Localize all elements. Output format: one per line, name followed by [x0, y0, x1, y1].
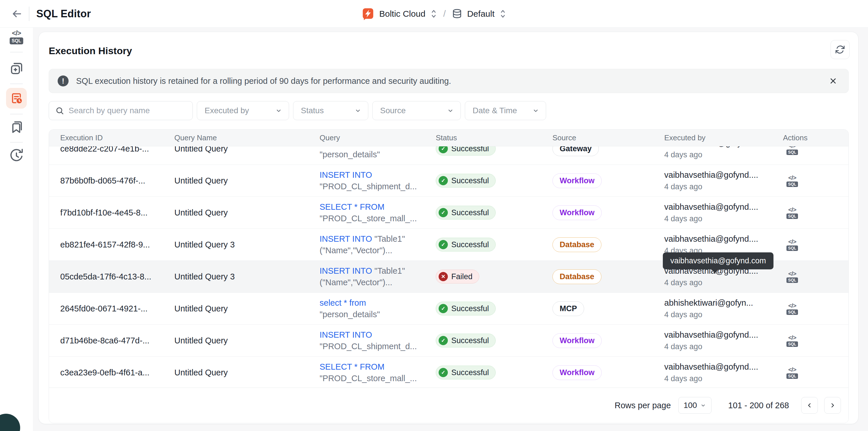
table-row[interactable]: f7bd10bf-f10e-4e45-8... Untitled Query S… — [49, 197, 848, 229]
status-icon: ✓ — [439, 368, 448, 377]
table-header: Execution ID Query Name Query Status Sou… — [49, 130, 848, 146]
source-badge: Workflow — [553, 174, 602, 188]
executed-when: 4 days ago — [664, 342, 783, 351]
sidebar-item-execution-history[interactable] — [6, 88, 27, 109]
database-selector[interactable]: Default — [452, 8, 507, 19]
open-in-sql-editor-button[interactable]: </> SQL — [783, 271, 801, 283]
executed-by-email[interactable]: abhishektiwari@gofyn... — [664, 298, 783, 308]
panel-title: Execution History — [49, 45, 132, 57]
status-icon: ✓ — [439, 304, 448, 313]
open-in-sql-editor-button[interactable]: </> SQL — [783, 207, 801, 219]
executed-by-email[interactable]: vaibhavsethia@gofynd.... — [664, 330, 783, 340]
filter-bar: Executed by Status Source Date & Time — [49, 101, 546, 120]
email-tooltip: vaibhavsethia@gofynd.com — [663, 252, 773, 269]
query-name: Untitled Query — [174, 146, 319, 154]
code-icon: </> — [788, 175, 796, 181]
query-search[interactable] — [49, 101, 193, 120]
open-in-sql-editor-button[interactable]: </> SQL — [783, 239, 801, 251]
table-row[interactable]: 87b6b0fb-d065-476f-... Untitled Query IN… — [49, 165, 848, 197]
sidebar-item-saved-queries[interactable] — [9, 119, 24, 134]
query-name: Untitled Query 3 — [174, 240, 319, 249]
date-time-filter[interactable]: Date & Time — [465, 101, 546, 120]
source-badge: Database — [553, 269, 601, 284]
search-input[interactable] — [69, 106, 184, 115]
query-preview[interactable]: INSERT INTO "PROD_CL_shipment_d... — [319, 329, 436, 352]
search-icon — [55, 106, 64, 115]
executed-by-email[interactable]: abhishektiwari@gofyn... — [664, 146, 783, 148]
column-header: Actions — [783, 133, 848, 142]
boltic-logo — [361, 7, 375, 21]
chevron-updown-icon — [430, 9, 437, 19]
close-icon — [829, 76, 837, 85]
execution-history-icon — [10, 92, 23, 105]
executed-by-email[interactable]: vaibhavsethia@gofynd.... — [664, 234, 783, 244]
status-badge: ✓ Successful — [436, 366, 496, 379]
table-row[interactable]: c3ea23e9-0efb-4f61-a... Untitled Query S… — [49, 357, 848, 388]
executed-by-email[interactable]: vaibhavsethia@gofynd.... — [664, 362, 783, 372]
database-name: Default — [467, 9, 495, 19]
execution-table: Execution ID Query Name Query Status Sou… — [49, 129, 849, 423]
executed-by-email[interactable]: vaibhavsethia@gofynd.... — [664, 170, 783, 180]
query-name: Untitled Query — [174, 304, 319, 313]
status-badge: ✓ Successful — [436, 174, 496, 188]
next-page-button[interactable] — [824, 397, 841, 414]
history-clock-icon — [9, 148, 24, 163]
execution-id: d71b46be-8ca6-477d-... — [60, 336, 174, 345]
status-filter[interactable]: Status — [293, 101, 368, 120]
execution-id: c3ea23e9-0efb-4f61-a... — [60, 368, 174, 377]
execution-id: 87b6b0fb-d065-476f-... — [60, 176, 174, 186]
query-preview[interactable]: INSERT INTO "PROD_CL_shipment_d... — [319, 169, 436, 192]
back-button[interactable] — [10, 7, 23, 20]
table-row[interactable]: d71b46be-8ca6-477d-... Untitled Query IN… — [49, 325, 848, 357]
query-preview[interactable]: INSERT INTO "Table1" ("Name","Vector")..… — [319, 265, 436, 288]
open-in-sql-editor-button[interactable]: </> SQL — [783, 146, 801, 155]
table-row[interactable]: ce8dde22-c207-4e1b-... Untitled Query se… — [49, 146, 848, 165]
execution-id: 2645fd0e-0671-4921-... — [60, 304, 174, 313]
query-name: Untitled Query — [174, 368, 319, 377]
status-badge: ✓ Successful — [436, 334, 496, 347]
code-icon: </> — [788, 239, 796, 245]
status-badge: ✕ Failed — [436, 270, 479, 283]
sidebar-item-new-query[interactable] — [9, 60, 24, 75]
title-divider — [29, 7, 29, 21]
query-preview[interactable]: SELECT * FROM "PROD_CL_store_mall_... — [319, 201, 436, 224]
sidebar-item-sql-editor[interactable]: </> SQL — [10, 29, 23, 44]
source-badge: Workflow — [553, 206, 602, 220]
execution-id: ce8dde22-c207-4e1b-... — [60, 146, 174, 154]
query-preview[interactable]: INSERT INTO "Table1" ("Name","Vector")..… — [319, 233, 436, 256]
workspace-selector[interactable]: Boltic Cloud — [361, 7, 437, 21]
query-name: Untitled Query — [174, 176, 319, 186]
breadcrumb-separator: / — [443, 8, 446, 19]
column-header: Execution ID — [60, 133, 174, 142]
rows-per-page-select[interactable]: 100 — [678, 397, 712, 414]
previous-page-button[interactable] — [801, 397, 818, 414]
sidebar-item-query-history[interactable] — [9, 148, 24, 163]
source-badge: Workflow — [553, 333, 602, 348]
open-in-sql-editor-button[interactable]: </> SQL — [783, 303, 801, 315]
execution-id: eb821fe4-6157-42f8-9... — [60, 240, 174, 249]
table-row[interactable]: 2645fd0e-0671-4921-... Untitled Query se… — [49, 293, 848, 325]
query-preview[interactable]: select * from "person_details" — [319, 146, 436, 160]
query-name: Untitled Query — [174, 336, 319, 345]
banner-close-button[interactable] — [829, 76, 837, 85]
database-icon — [452, 8, 463, 19]
pagination-range: 101 - 200 of 268 — [728, 401, 789, 410]
chevron-down-icon — [275, 107, 282, 114]
code-icon: </> — [788, 146, 796, 149]
executed-by-filter[interactable]: Executed by — [197, 101, 289, 120]
chevron-left-icon — [806, 402, 813, 409]
status-icon: ✓ — [439, 240, 448, 249]
page-title: SQL Editor — [36, 8, 91, 20]
executed-by-email[interactable]: vaibhavsethia@gofynd.... — [664, 202, 783, 212]
refresh-button[interactable] — [831, 40, 849, 59]
open-in-sql-editor-button[interactable]: </> SQL — [783, 366, 801, 379]
query-preview[interactable]: SELECT * FROM "PROD_CL_store_mall_... — [319, 361, 436, 384]
source-badge: MCP — [553, 301, 584, 316]
column-header: Source — [553, 133, 664, 142]
status-icon: ✕ — [439, 272, 448, 281]
source-filter[interactable]: Source — [372, 101, 461, 120]
open-in-sql-editor-button[interactable]: </> SQL — [783, 175, 801, 187]
open-in-sql-editor-button[interactable]: </> SQL — [783, 335, 801, 347]
query-preview[interactable]: select * from "person_details" — [319, 297, 436, 320]
rows-per-page-label: Rows per page — [615, 401, 671, 410]
